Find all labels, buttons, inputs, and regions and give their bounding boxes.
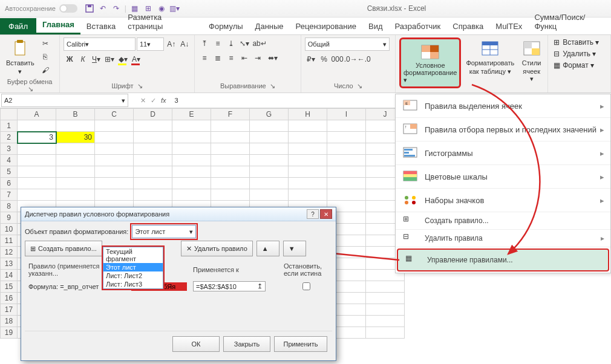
svg-rect-28	[404, 174, 417, 177]
new-rule-button[interactable]: ⊞Создать правило...	[25, 241, 102, 256]
scope-combo[interactable]: Этот лист▾	[132, 225, 196, 238]
underline-button[interactable]: Ч▾	[90, 53, 102, 65]
move-up-button[interactable]: ▲	[256, 241, 279, 256]
decrease-decimal-icon[interactable]: ←.0	[358, 53, 370, 65]
conditional-formatting-button[interactable]: Условное форматирование ▾	[399, 37, 461, 88]
align-top-icon[interactable]: ⤒	[198, 37, 211, 50]
tab-data[interactable]: Данные	[249, 18, 290, 34]
delete-cells-button[interactable]: ⊟Удалить ▾	[552, 49, 607, 59]
dialog-close-icon[interactable]: ✕	[320, 209, 332, 219]
autosave-toggle[interactable]: Автосохранение	[5, 4, 77, 13]
orientation-icon[interactable]: ⤡▾	[238, 37, 250, 50]
insert-cells-button[interactable]: ⊞Вставить ▾	[552, 37, 607, 47]
indent-left-icon[interactable]: ⇤	[238, 52, 250, 64]
percent-icon[interactable]: %	[318, 53, 330, 65]
comma-icon[interactable]: 000	[332, 53, 344, 65]
undo-icon[interactable]: ↶	[98, 4, 108, 13]
format-as-table-button[interactable]: Форматироватькак таблицу ▾	[463, 37, 517, 77]
apply-button[interactable]: Применить	[274, 336, 327, 352]
svg-rect-27	[404, 171, 417, 174]
copy-icon[interactable]: ⎘	[39, 51, 51, 63]
menu-highlight-cells[interactable]: ≤ Правила выделения ячеек▸	[396, 94, 610, 118]
tab-layout[interactable]: Разметка страницы	[122, 9, 203, 34]
menu-new-rule[interactable]: ⊞ Создать правило...	[396, 212, 610, 230]
cell-styles-button[interactable]: Стилиячеек ▾	[519, 37, 544, 84]
increase-font-icon[interactable]: A↑	[165, 38, 177, 50]
scope-dropdown-list[interactable]: Текущий фрагмент Этот лист Лист: Лист2 Л…	[103, 247, 163, 289]
svg-point-30	[405, 196, 408, 200]
menu-icon-sets[interactable]: Наборы значков▸	[396, 189, 610, 212]
tab-sum[interactable]: Сумма/Поиск/Функц	[528, 9, 611, 34]
dialog-title-bar[interactable]: Диспетчер правил условного форматировани…	[21, 207, 336, 221]
icon-sets-icon	[403, 194, 417, 206]
fx-icon[interactable]: fx	[161, 97, 166, 104]
indent-right-icon[interactable]: ⇥	[252, 52, 264, 64]
align-middle-icon[interactable]: ≡	[212, 37, 224, 50]
cancel-icon[interactable]: ✕	[140, 97, 146, 105]
merge-icon[interactable]: ⬌▾	[265, 52, 281, 64]
tab-insert[interactable]: Вставка	[80, 18, 122, 34]
menu-data-bars[interactable]: Гистограммы▸	[396, 141, 610, 165]
tab-file[interactable]: Файл	[0, 18, 36, 34]
svg-rect-1	[88, 5, 91, 7]
paste-button[interactable]: Вставить▾	[4, 37, 37, 77]
menu-manage-rules[interactable]: ▦ Управление правилами...	[397, 249, 609, 271]
ok-button[interactable]: ОК	[172, 336, 220, 352]
align-bottom-icon[interactable]: ⤓	[225, 37, 237, 50]
tab-home[interactable]: Главная	[36, 16, 80, 34]
group-number-label: Число ↘	[305, 82, 391, 90]
move-down-button[interactable]: ▼	[283, 241, 306, 256]
rules-table: Правило (применяется в указанн... Примен…	[25, 260, 332, 294]
fill-color-button[interactable]: ◆▾	[117, 53, 129, 65]
delete-row-icon: ⊟	[552, 49, 561, 59]
new-rule-icon: ⊞	[403, 215, 417, 227]
tab-review[interactable]: Рецензирование	[290, 18, 362, 34]
formula-input[interactable]: 3	[175, 97, 178, 104]
redo-icon[interactable]: ↷	[111, 4, 121, 13]
svg-rect-24	[404, 152, 409, 154]
increase-decimal-icon[interactable]: .0→	[345, 53, 357, 65]
tab-multex[interactable]: MulTEx	[489, 18, 528, 34]
decrease-font-icon[interactable]: A↓	[178, 38, 191, 50]
tab-formulas[interactable]: Формулы	[203, 18, 249, 34]
close-button[interactable]: Закрыть	[223, 336, 270, 352]
name-box[interactable]: A2▾	[1, 94, 128, 107]
format-cells-button[interactable]: ▦Формат ▾	[552, 60, 607, 70]
table-icon	[480, 39, 500, 58]
font-size-combo[interactable]: 11 ▾	[137, 37, 165, 51]
bold-button[interactable]: Ж	[64, 53, 76, 65]
number-format-combo[interactable]: Общий ▾	[305, 37, 390, 51]
dialog-help-icon[interactable]: ?	[307, 209, 319, 219]
svg-text:↑: ↑	[405, 125, 407, 129]
wrap-text-icon[interactable]: ab↵	[252, 37, 267, 50]
rules-manager-dialog: Диспетчер правил условного форматировани…	[21, 207, 336, 361]
menu-top-bottom[interactable]: ↑ Правила отбора первых и последних знач…	[396, 118, 610, 141]
stop-if-true-checkbox[interactable]	[302, 282, 310, 290]
cut-icon[interactable]: ✂	[39, 37, 51, 50]
save-icon[interactable]	[85, 4, 94, 13]
align-center-icon[interactable]: ≣	[212, 52, 224, 64]
svg-rect-8	[430, 52, 439, 59]
borders-button[interactable]: ⊞▾	[103, 53, 116, 65]
menu-color-scales[interactable]: Цветовые шкалы▸	[396, 165, 610, 189]
currency-icon[interactable]: ₽▾	[305, 53, 317, 65]
format-painter-icon[interactable]: 🖌	[39, 64, 51, 76]
tab-developer[interactable]: Разработчик	[389, 18, 447, 34]
font-name-combo[interactable]: Calibri ▾	[64, 37, 136, 51]
highlight-cells-icon: ≤	[403, 100, 417, 112]
svg-rect-20	[410, 124, 417, 129]
menu-clear-rules[interactable]: ⊟ Удалить правила▸	[396, 230, 610, 247]
enter-icon[interactable]: ✓	[151, 97, 156, 105]
align-left-icon[interactable]: ≡	[198, 52, 211, 64]
svg-rect-15	[532, 48, 540, 55]
tab-help[interactable]: Справка	[446, 18, 489, 34]
tab-view[interactable]: Вид	[362, 18, 389, 34]
delete-rule-button[interactable]: ✕Удалить правило	[181, 241, 253, 256]
italic-button[interactable]: К	[77, 53, 89, 65]
range-picker-icon[interactable]: ↥	[257, 282, 263, 290]
rule-row[interactable]: Формула: =_впр_отчет АаВbБбЯя =$A$2:$A$1…	[26, 279, 331, 293]
applies-to-input[interactable]: =$A$2:$A$10↥	[193, 281, 266, 291]
cell-a2: 3	[18, 132, 56, 143]
align-right-icon[interactable]: ≡	[225, 52, 237, 64]
font-color-button[interactable]: A▾	[130, 53, 142, 65]
